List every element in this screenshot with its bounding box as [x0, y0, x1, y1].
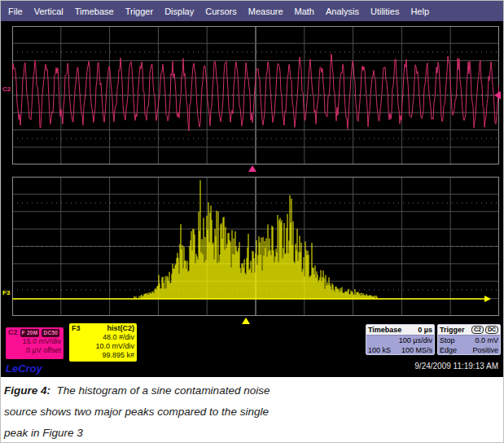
- timebase-samples: 100 kS: [368, 345, 391, 355]
- c2-coupling-badge: DC50: [42, 329, 59, 337]
- datetime-display: 9/24/2009 11:19:13 AM: [414, 362, 498, 371]
- menu-item-analysis[interactable]: Analysis: [326, 7, 359, 16]
- trigger-type: Edge: [440, 345, 457, 355]
- timebase-scale: 100 µs/div: [399, 336, 432, 345]
- menu-item-help[interactable]: Help: [410, 7, 429, 16]
- trigger-position-marker-icon[interactable]: [248, 165, 256, 172]
- trigger-badge-dc: DC: [485, 326, 498, 334]
- figure-caption: Figure 4: The histogram of a sine contam…: [4, 380, 427, 443]
- menu-bar: FileVerticalTimebaseTriggerDisplayCursor…: [1, 1, 503, 21]
- trigger-panel[interactable]: Trigger C2DC Stop 0.0 mV Edge Positive: [437, 324, 501, 355]
- histogram-mean-marker-icon[interactable]: [242, 318, 250, 324]
- trigger-badge-c2: C2: [471, 326, 484, 334]
- f3-population: 99.895 k#: [72, 351, 134, 360]
- c2-offset: 0 µV offset: [8, 346, 61, 355]
- menu-item-file[interactable]: File: [8, 7, 23, 16]
- f3-count-scale: 48.0 #/div: [72, 333, 134, 342]
- timebase-label: Timebase: [368, 325, 401, 335]
- c2-box-label: C2: [8, 328, 18, 337]
- trace-f3-descriptor-box[interactable]: F3 hist(C2) 48.0 #/div 10.0 mV/div 99.89…: [68, 322, 138, 363]
- menu-item-cursors[interactable]: Cursors: [205, 7, 237, 16]
- c2-vertical-scale: 15.0 mV/div: [8, 337, 61, 346]
- f3-trace-label[interactable]: F3: [2, 290, 10, 296]
- timebase-delay: 0 µs: [418, 325, 432, 335]
- trigger-badges: C2DC: [471, 326, 498, 334]
- c2-trace-label[interactable]: C2: [2, 86, 11, 93]
- menu-item-timebase[interactable]: Timebase: [75, 7, 114, 16]
- menu-item-math[interactable]: Math: [295, 7, 314, 16]
- timebase-panel[interactable]: Timebase 0 µs 100 µs/div 100 kS 100 MS/s: [366, 324, 435, 355]
- f3-function: hist(C2): [107, 324, 135, 333]
- trigger-level-arrow-icon[interactable]: [494, 91, 501, 99]
- menu-item-measure[interactable]: Measure: [248, 7, 283, 16]
- histogram-grid: [12, 177, 499, 316]
- trigger-level: 0.0 mV: [475, 336, 498, 345]
- lecroy-logo: LeCroy: [6, 362, 42, 375]
- f3-box-label: F3: [72, 324, 81, 333]
- channel-c2-descriptor-box[interactable]: C2 F 20M DC50 15.0 mV/div 0 µV offset: [4, 326, 65, 361]
- menu-item-display[interactable]: Display: [164, 7, 194, 16]
- trigger-mode: Stop: [440, 336, 455, 345]
- caption-prefix: Figure 4:: [4, 384, 50, 397]
- oscilloscope-app-window: FileVerticalTimebaseTriggerDisplayCursor…: [0, 0, 504, 443]
- caption-line-1: The histogram of a sine contaminated noi…: [57, 384, 270, 397]
- waveform-grid: [12, 26, 499, 164]
- trigger-slope: Positive: [472, 345, 498, 355]
- scope-display: C2 F3 C2 F 20M DC50 15.0 mV/div 0 µV off…: [1, 21, 504, 377]
- caption-line-3: peak in Figure 3: [4, 423, 427, 443]
- f3-bin-scale: 10.0 mV/div: [72, 342, 134, 351]
- caption-line-2: source shows two major peaks compared to…: [4, 401, 427, 423]
- menu-item-utilities[interactable]: Utilities: [370, 7, 399, 16]
- menu-item-vertical[interactable]: Vertical: [34, 7, 64, 16]
- c2-filter-badge: F 20M: [20, 329, 40, 337]
- trigger-label: Trigger: [440, 325, 465, 335]
- menu-item-trigger[interactable]: Trigger: [125, 7, 153, 16]
- timebase-rate: 100 MS/s: [401, 345, 432, 355]
